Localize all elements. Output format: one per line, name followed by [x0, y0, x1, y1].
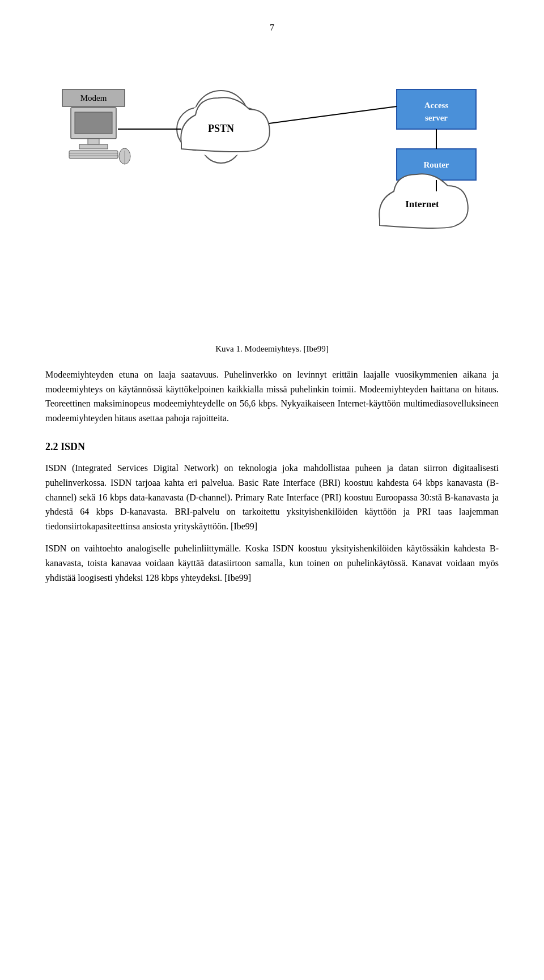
section-heading-isdn: 2.2 ISDN	[45, 441, 499, 453]
svg-text:server: server	[425, 113, 448, 122]
svg-text:Internet: Internet	[405, 199, 439, 209]
svg-text:Router: Router	[424, 160, 449, 169]
svg-line-24	[269, 106, 397, 123]
figure-caption: Kuva 1. Modeemiyhteys. [Ibe99]	[45, 344, 499, 354]
network-diagram: Modem P	[45, 50, 499, 333]
svg-rect-3	[75, 112, 112, 134]
page-number: 7	[45, 23, 499, 33]
internet-cloud: Internet	[379, 174, 468, 228]
paragraph-3: ISDN on vaihtoehto analogiselle puhelinl…	[45, 541, 499, 585]
svg-rect-5	[79, 144, 108, 149]
pstn-cloud: PSTN	[177, 91, 270, 163]
svg-text:Modem: Modem	[80, 93, 107, 102]
svg-text:PSTN: PSTN	[208, 123, 234, 134]
svg-text:Access: Access	[424, 101, 449, 110]
svg-rect-6	[69, 151, 118, 159]
svg-rect-4	[88, 139, 99, 144]
paragraph-2: ISDN (Integrated Services Digital Networ…	[45, 461, 499, 533]
paragraph-1: Modeemiyhteyden etuna on laaja saatavuus…	[45, 367, 499, 425]
